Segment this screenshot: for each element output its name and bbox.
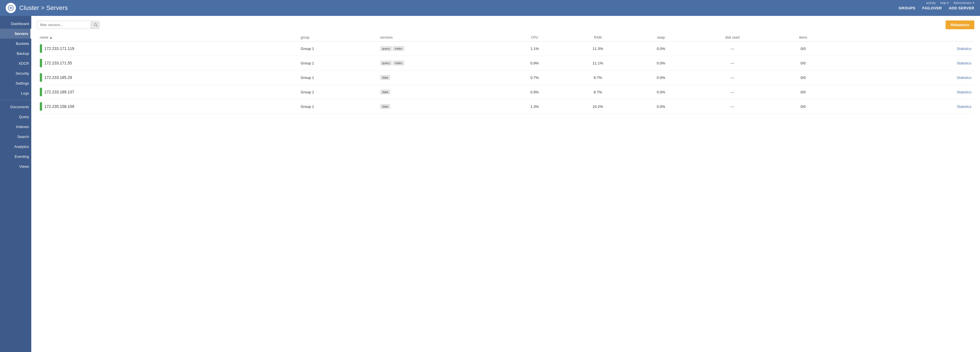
sidebar-item-views[interactable]: Views xyxy=(0,162,31,171)
service-tag: query xyxy=(380,46,392,51)
server-ip: 172.235.158.159 xyxy=(45,104,74,109)
server-items: 0/0 xyxy=(774,56,832,70)
col-cpu: CPU xyxy=(505,34,564,41)
filter-search-button[interactable] xyxy=(91,21,99,29)
servers-table: name ▲ group services CPU RAM swap disk … xyxy=(37,34,974,114)
sidebar-item-eventing[interactable]: Eventing xyxy=(0,152,31,162)
server-ram: 11.3% xyxy=(564,41,632,56)
server-group: Group 1 xyxy=(298,85,377,99)
server-name-cell: 172.233.185.29 xyxy=(37,70,298,85)
service-tag: data xyxy=(380,104,390,109)
server-services: data xyxy=(377,99,505,114)
sidebar-item-dashboard[interactable]: Dashboard xyxy=(0,19,31,29)
col-swap: swap xyxy=(632,34,690,41)
server-cpu: 0.9% xyxy=(505,56,564,70)
sidebar-divider xyxy=(0,100,31,100)
rebalance-button[interactable]: Rebalance xyxy=(946,21,974,29)
sidebar-item-buckets[interactable]: Buckets xyxy=(0,39,31,49)
server-items: 0/0 xyxy=(774,85,832,99)
search-icon xyxy=(94,23,98,27)
activity-link[interactable]: activity xyxy=(926,1,936,5)
server-name-cell: 172.233.171.119 xyxy=(37,41,298,56)
service-tag: data xyxy=(380,90,390,94)
server-cpu: 1.3% xyxy=(505,99,564,114)
server-swap: 0.0% xyxy=(632,56,690,70)
server-group: Group 1 xyxy=(298,56,377,70)
sidebar-item-search[interactable]: Search xyxy=(0,132,31,142)
server-ip: 172.233.171.55 xyxy=(45,61,72,65)
server-disk-used: --- xyxy=(690,56,774,70)
status-indicator xyxy=(40,73,42,82)
server-stats-cell: Statistics xyxy=(832,56,974,70)
statistics-link[interactable]: Statistics xyxy=(957,76,972,80)
col-actions xyxy=(832,34,974,41)
add-server-link[interactable]: ADD SERVER xyxy=(949,6,974,10)
server-disk-used: --- xyxy=(690,70,774,85)
server-disk-used: --- xyxy=(690,99,774,114)
service-tag: query xyxy=(380,61,392,65)
server-ip: 172.233.171.119 xyxy=(45,46,74,51)
sidebar-item-settings[interactable]: Settings xyxy=(0,78,31,88)
status-indicator xyxy=(40,102,42,111)
filter-input[interactable] xyxy=(37,21,91,29)
server-disk-used: --- xyxy=(690,85,774,99)
server-items: 0/0 xyxy=(774,70,832,85)
user-link[interactable]: Administrator ▾ xyxy=(953,1,974,5)
svg-line-2 xyxy=(96,25,98,27)
server-swap: 0.0% xyxy=(632,85,690,99)
toolbar: Rebalance xyxy=(37,21,974,29)
statistics-link[interactable]: Statistics xyxy=(957,105,972,109)
sidebar-item-query[interactable]: Query xyxy=(0,112,31,122)
col-services: services xyxy=(377,34,505,41)
server-ip: 172.233.189.137 xyxy=(45,90,74,94)
statistics-link[interactable]: Statistics xyxy=(957,90,972,94)
header-nav: GROUPS FAILOVER ADD SERVER xyxy=(899,6,974,10)
groups-link[interactable]: GROUPS xyxy=(899,6,915,10)
status-indicator xyxy=(40,59,42,67)
help-link[interactable]: help ▾ xyxy=(940,1,949,5)
server-name-cell: 172.235.158.159 xyxy=(37,99,298,114)
server-group: Group 1 xyxy=(298,99,377,114)
service-tag: data xyxy=(380,75,390,80)
service-tag: index xyxy=(393,46,404,51)
server-name-cell: 172.233.189.137 xyxy=(37,85,298,99)
col-items: items xyxy=(774,34,832,41)
server-cpu: 0.7% xyxy=(505,70,564,85)
server-stats-cell: Statistics xyxy=(832,41,974,56)
server-group: Group 1 xyxy=(298,41,377,56)
svg-point-1 xyxy=(94,23,97,25)
header: Cluster > Servers GROUPS FAILOVER ADD SE… xyxy=(0,0,980,16)
sidebar-item-xdcr[interactable]: XDCR xyxy=(0,59,31,68)
sidebar-item-indexes[interactable]: Indexes xyxy=(0,122,31,132)
col-name[interactable]: name ▲ xyxy=(37,34,298,41)
server-services: data xyxy=(377,85,505,99)
logo xyxy=(6,3,16,13)
sidebar-item-backup[interactable]: Backup xyxy=(0,49,31,59)
sidebar-item-servers[interactable]: Servers xyxy=(0,29,31,39)
server-swap: 0.0% xyxy=(632,41,690,56)
sidebar-item-analytics[interactable]: Analytics xyxy=(0,142,31,152)
col-group: group xyxy=(298,34,377,41)
server-stats-cell: Statistics xyxy=(832,99,974,114)
table-row: 172.233.185.29 Group 1data0.7%9.7%0.0%--… xyxy=(37,70,974,85)
table-row: 172.233.171.55 Group 1queryindex0.9%11.1… xyxy=(37,56,974,70)
server-items: 0/0 xyxy=(774,99,832,114)
statistics-link[interactable]: Statistics xyxy=(957,61,972,65)
server-cpu: 0.9% xyxy=(505,85,564,99)
server-stats-cell: Statistics xyxy=(832,70,974,85)
sidebar-item-security[interactable]: Security xyxy=(0,68,31,78)
server-cpu: 1.1% xyxy=(505,41,564,56)
sidebar-item-logs[interactable]: Logs xyxy=(0,88,31,98)
status-indicator xyxy=(40,88,42,96)
sidebar-item-documents[interactable]: Documents xyxy=(0,102,31,112)
table-row: 172.233.171.119 Group 1queryindex1.1%11.… xyxy=(37,41,974,56)
server-group: Group 1 xyxy=(298,70,377,85)
failover-link[interactable]: FAILOVER xyxy=(922,6,942,10)
top-links: activity help ▾ Administrator ▾ xyxy=(926,1,974,5)
table-row: 172.235.158.159 Group 1data1.3%10.2%0.0%… xyxy=(37,99,974,114)
table-row: 172.233.189.137 Group 1data0.9%9.7%0.0%-… xyxy=(37,85,974,99)
statistics-link[interactable]: Statistics xyxy=(957,46,972,51)
server-swap: 0.0% xyxy=(632,99,690,114)
col-disk-used: disk used xyxy=(690,34,774,41)
service-tag: index xyxy=(393,61,404,65)
